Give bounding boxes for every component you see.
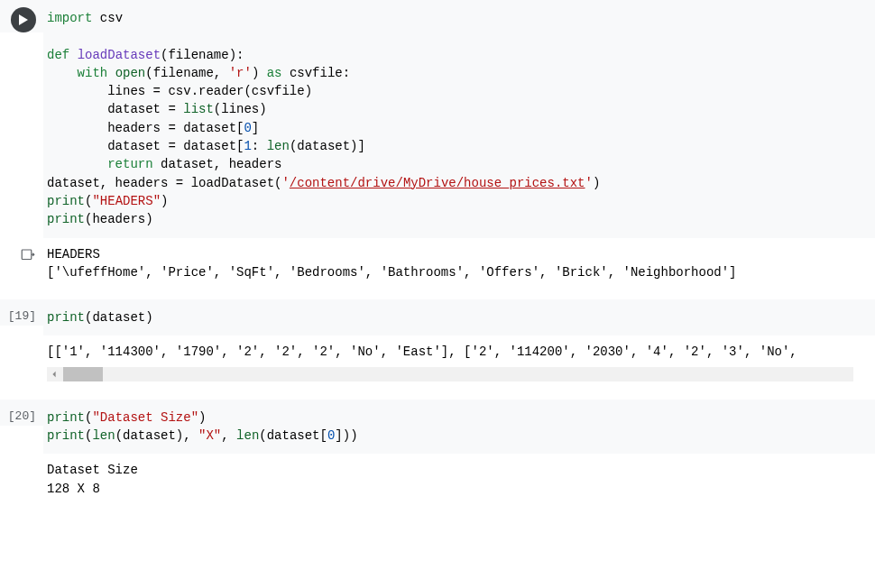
output-indicator-icon <box>20 247 36 271</box>
output-text: Dataset Size 128 X 8 <box>43 454 875 505</box>
file-path-link[interactable]: /content/drive/MyDrive/house_prices.txt <box>290 176 585 190</box>
run-cell-button[interactable] <box>11 7 36 32</box>
output-cell: [['1', '114300', '1790', '2', '2', '2', … <box>0 335 875 388</box>
execution-count: [20] <box>8 409 36 426</box>
notebook: import csv def loadDataset(filename): wi… <box>0 0 875 516</box>
output-cell: HEADERS ['\ufeffHome', 'Price', 'SqFt', … <box>0 238 875 289</box>
svg-rect-0 <box>22 250 32 260</box>
code-editor[interactable]: print(dataset) <box>43 299 875 335</box>
code-cell: [19]print(dataset) <box>0 299 875 335</box>
execution-count: [19] <box>8 308 36 326</box>
output-cell: Dataset Size 128 X 8 <box>0 454 875 505</box>
code-cell: [20]print("Dataset Size") print(len(data… <box>0 400 875 455</box>
scrollbar-thumb[interactable] <box>63 367 103 381</box>
output-text: [['1', '114300', '1790', '2', '2', '2', … <box>43 335 875 388</box>
code-editor[interactable]: import csv def loadDataset(filename): wi… <box>43 0 875 238</box>
code-editor[interactable]: print("Dataset Size") print(len(dataset)… <box>43 400 875 455</box>
output-text: HEADERS ['\ufeffHome', 'Price', 'SqFt', … <box>43 238 875 289</box>
code-cell: import csv def loadDataset(filename): wi… <box>0 0 875 238</box>
horizontal-scrollbar[interactable] <box>47 367 853 381</box>
